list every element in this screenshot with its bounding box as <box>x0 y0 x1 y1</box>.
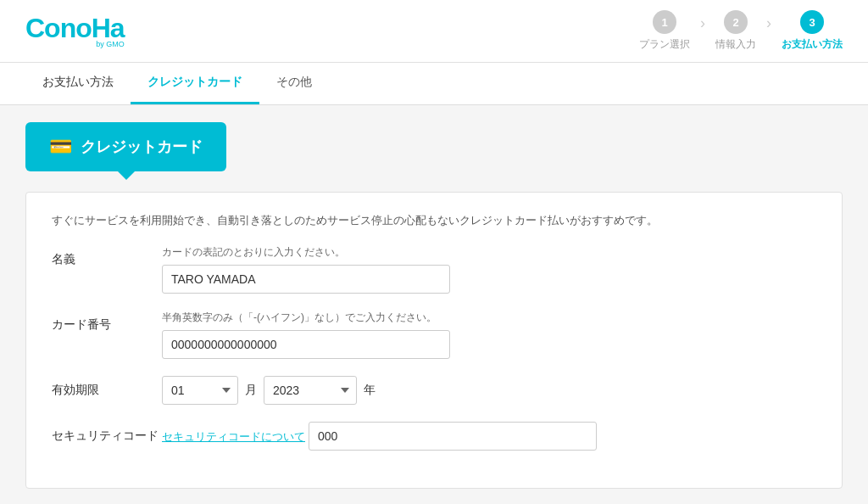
card-number-field: 半角英数字のみ（「-(ハイフン)」なし）でご入力ください。 <box>162 311 816 359</box>
card-number-label: カード番号 <box>52 311 162 333</box>
step-arrow-2: › <box>766 14 771 48</box>
expiry-selects: 01 02 03 04 05 06 07 08 09 10 11 12 月 <box>162 376 816 405</box>
month-unit: 月 <box>245 383 257 398</box>
security-code-row: セキュリティコード セキュリティコードについて <box>52 422 816 451</box>
step-3: 3 お支払い方法 <box>782 10 843 52</box>
credit-card-icon: 💳 <box>49 136 72 158</box>
expiry-label: 有効期限 <box>52 376 162 398</box>
tab-other[interactable]: その他 <box>259 63 329 104</box>
page-header: ConoHa by GMO 1 プラン選択 › 2 情報入力 › 3 お支払い方… <box>0 0 868 63</box>
form-section: すぐにサービスを利用開始でき、自動引き落としのためサービス停止の心配もないクレジ… <box>25 192 843 489</box>
step-2-label: 情報入力 <box>715 37 756 52</box>
security-code-field: セキュリティコードについて <box>162 422 816 451</box>
step-2-circle: 2 <box>724 10 748 34</box>
nav-tabs: お支払い方法 クレジットカード その他 <box>0 63 868 105</box>
security-code-label: セキュリティコード <box>52 422 162 444</box>
tab-credit-card[interactable]: クレジットカード <box>131 63 259 104</box>
expiry-year-select[interactable]: 2023 2024 2025 2026 2027 2028 2029 2030 <box>264 376 357 405</box>
credit-card-header-label: クレジットカード <box>81 137 203 157</box>
name-input[interactable] <box>162 265 450 294</box>
name-label: 名義 <box>52 245 162 267</box>
logo: ConoHa by GMO <box>25 14 125 48</box>
name-field: カードの表記のとおりに入力ください。 <box>162 245 816 294</box>
step-1: 1 プラン選択 <box>639 10 690 52</box>
expiry-field: 01 02 03 04 05 06 07 08 09 10 11 12 月 <box>162 376 816 405</box>
step-arrow-1: › <box>700 14 705 48</box>
year-unit: 年 <box>364 383 376 398</box>
security-code-input[interactable] <box>309 422 597 451</box>
expiry-row: 有効期限 01 02 03 04 05 06 07 08 09 10 11 <box>52 376 816 405</box>
form-description: すぐにサービスを利用開始でき、自動引き落としのためサービス停止の心配もないクレジ… <box>52 213 816 228</box>
card-number-input[interactable] <box>162 330 450 359</box>
credit-card-header: 💳 クレジットカード <box>25 122 226 171</box>
tab-payment-method[interactable]: お支払い方法 <box>25 63 131 104</box>
expiry-month-select[interactable]: 01 02 03 04 05 06 07 08 09 10 11 12 <box>162 376 238 405</box>
step-2: 2 情報入力 <box>715 10 756 52</box>
card-number-row: カード番号 半角英数字のみ（「-(ハイフン)」なし）でご入力ください。 <box>52 311 816 359</box>
step-1-circle: 1 <box>653 10 676 34</box>
name-hint: カードの表記のとおりに入力ください。 <box>162 245 816 260</box>
step-3-label: お支払い方法 <box>782 37 843 52</box>
main-content: 💳 クレジットカード すぐにサービスを利用開始でき、自動引き落としのためサービス… <box>0 105 868 504</box>
card-number-hint: 半角英数字のみ（「-(ハイフン)」なし）でご入力ください。 <box>162 311 816 325</box>
step-3-circle: 3 <box>800 10 824 34</box>
name-row: 名義 カードの表記のとおりに入力ください。 <box>52 245 816 294</box>
steps-indicator: 1 プラン選択 › 2 情報入力 › 3 お支払い方法 <box>639 10 843 52</box>
security-code-link[interactable]: セキュリティコードについて <box>162 429 305 445</box>
logo-text: ConoHa <box>25 14 125 42</box>
step-1-label: プラン選択 <box>639 37 690 52</box>
